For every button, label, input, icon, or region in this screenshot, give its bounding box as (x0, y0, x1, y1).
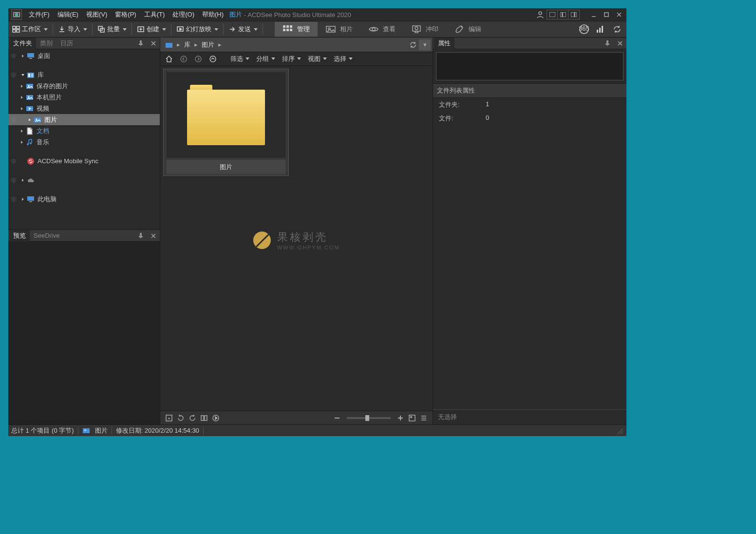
tree-cloud[interactable] (8, 174, 160, 186)
nav-up-icon[interactable] (206, 54, 220, 64)
select-button[interactable]: 选择 (331, 53, 356, 65)
rotate-right-icon[interactable] (187, 413, 198, 423)
expand-icon[interactable] (19, 129, 25, 133)
tab-categories[interactable]: 类别 (36, 38, 57, 49)
send-button[interactable]: 发送 (226, 23, 261, 36)
sync-icon[interactable] (609, 22, 625, 37)
layout-preset-2[interactable] (558, 10, 568, 19)
mode-photos[interactable]: 相片 (318, 22, 360, 37)
tab-preview[interactable]: 预览 (9, 230, 30, 242)
property-row-folders: 文件夹:1 (433, 98, 626, 112)
menu-process[interactable]: 处理(O) (169, 9, 198, 20)
details-view-icon[interactable] (418, 413, 430, 423)
pin-icon[interactable] (134, 230, 147, 241)
tree-camera-roll[interactable]: 本机照片 (8, 92, 160, 103)
resize-grip-icon[interactable] (616, 427, 624, 435)
expand-icon[interactable] (20, 73, 26, 77)
expand-icon[interactable] (20, 178, 26, 182)
external-editor-icon[interactable] (163, 413, 175, 423)
tree-mobile-sync[interactable]: ACDSee Mobile Sync (8, 155, 160, 167)
pin-icon[interactable] (134, 38, 147, 49)
compare-icon[interactable] (198, 413, 210, 423)
tab-properties[interactable]: 属性 (434, 38, 454, 49)
nav-home-icon[interactable] (162, 54, 176, 64)
pin-icon[interactable] (601, 38, 614, 49)
tab-seedrive[interactable]: SeeDrive (30, 230, 63, 241)
expand-icon[interactable] (19, 95, 25, 99)
tree-saved-pictures[interactable]: 保存的图片 (8, 80, 160, 92)
menu-edit[interactable]: 编辑(E) (54, 9, 82, 20)
expand-icon[interactable] (27, 118, 33, 122)
nav-forward-icon[interactable] (191, 54, 205, 64)
folder-thumbnail[interactable]: 图片 (163, 69, 289, 176)
expand-icon[interactable] (19, 107, 25, 111)
menu-view[interactable]: 视图(V) (82, 9, 111, 20)
tree-videos[interactable]: 视频 (8, 103, 160, 114)
tab-folders[interactable]: 文件夹 (9, 38, 36, 49)
tree-desktop[interactable]: 桌面 (8, 50, 160, 61)
close-button[interactable] (613, 9, 625, 20)
expand-icon[interactable] (20, 54, 26, 58)
batch-button[interactable]: 批量 (94, 23, 130, 36)
create-button[interactable]: 创建 (134, 23, 169, 36)
expand-icon[interactable] (20, 197, 26, 201)
expand-icon[interactable] (19, 140, 25, 144)
expand-icon[interactable] (19, 84, 25, 88)
workspace-button[interactable]: 工作区 (9, 23, 51, 36)
account-icon[interactable] (534, 9, 547, 20)
play-icon[interactable] (210, 413, 222, 423)
maximize-button[interactable] (600, 9, 613, 20)
filter-button[interactable]: 筛选 (227, 53, 252, 65)
layout-preset-1[interactable] (547, 10, 558, 19)
svg-rect-35 (597, 30, 598, 33)
zoom-in-icon[interactable] (395, 413, 406, 423)
path-pictures[interactable]: 图片 (199, 39, 217, 51)
tree-this-pc[interactable]: 此电脑 (8, 193, 160, 205)
zoom-out-icon[interactable] (331, 413, 343, 423)
tree-music[interactable]: 音乐 (8, 136, 160, 148)
tree-documents[interactable]: 文档 (8, 125, 160, 136)
sync-365-icon[interactable]: 365 (576, 22, 592, 37)
zoom-slider[interactable] (347, 417, 391, 419)
thumbnails-view-icon[interactable] (406, 413, 418, 423)
music-icon (26, 138, 34, 146)
slideshow-button[interactable]: 幻灯放映 (173, 23, 221, 36)
mode-develop[interactable]: 冲印 (403, 22, 446, 37)
svg-rect-4 (560, 12, 562, 17)
sort-button[interactable]: 排序 (279, 53, 304, 65)
svg-rect-6 (571, 12, 574, 17)
mode-view[interactable]: 查看 (360, 22, 403, 37)
mode-manage[interactable]: 管理 (275, 22, 318, 37)
tab-calendar[interactable]: 日历 (57, 38, 77, 49)
app-icon (11, 9, 22, 20)
view-button[interactable]: 视图 (305, 53, 330, 65)
status-total: 总计 1 个项目 (0 字节) (11, 426, 74, 435)
desktop-icon (27, 52, 35, 60)
path-library[interactable]: 库 (181, 39, 193, 51)
svg-rect-70 (409, 415, 415, 421)
menu-help[interactable]: 帮助(H) (198, 9, 227, 20)
thumbnail-area[interactable]: 图片 果核剥壳 WWW.GHPYM.COM (160, 66, 433, 411)
path-root-icon[interactable] (162, 40, 176, 50)
tree-library[interactable]: 库 (8, 69, 160, 80)
shield-icon (10, 177, 17, 184)
nav-back-icon[interactable] (177, 54, 190, 64)
layout-preset-3[interactable] (568, 10, 579, 19)
minimize-button[interactable] (587, 9, 600, 20)
menu-file[interactable]: 文件(F) (25, 9, 54, 20)
menu-panes[interactable]: 窗格(P) (111, 9, 140, 20)
tree-pictures[interactable]: 图片 (8, 114, 160, 125)
rotate-left-icon[interactable] (175, 413, 187, 423)
dashboard-icon[interactable] (592, 22, 609, 37)
close-panel-icon[interactable] (147, 38, 160, 49)
group-button[interactable]: 分组 (253, 53, 278, 65)
svg-point-2 (539, 12, 542, 15)
close-panel-icon[interactable] (614, 38, 626, 49)
path-dropdown-icon[interactable]: ▾ (419, 39, 431, 50)
pictures-icon (34, 116, 41, 124)
mode-edit[interactable]: 编辑 (446, 22, 489, 37)
import-button[interactable]: 导入 (55, 23, 90, 36)
refresh-icon[interactable] (407, 39, 419, 50)
close-panel-icon[interactable] (147, 230, 160, 241)
menu-tools[interactable]: 工具(T) (140, 9, 169, 20)
